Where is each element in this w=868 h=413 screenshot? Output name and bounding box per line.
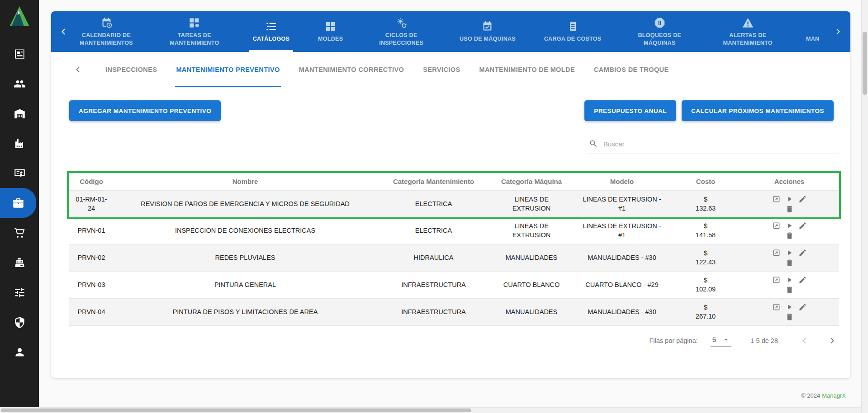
tab-calendario-mantenimientos[interactable]: CALENDARIO DE MANTENIMIENTOS: [76, 11, 137, 52]
edit-icon[interactable]: [798, 303, 807, 311]
tab-uso-maquinas[interactable]: USO DE MÁQUINAS: [459, 11, 517, 52]
content-card: CALENDARIO DE MANTENIMIENTOS TAREAS DE M…: [51, 11, 850, 378]
cell-categoria-mantenimiento: INFRAESTRUCTURA: [376, 272, 491, 298]
warning-triangle-icon: [742, 17, 754, 29]
play-icon[interactable]: [785, 221, 794, 230]
delete-icon[interactable]: [785, 205, 794, 213]
tab-label: USO DE MÁQUINAS: [460, 35, 516, 42]
sidebar-item-users[interactable]: [0, 69, 39, 99]
play-icon[interactable]: [785, 195, 794, 203]
play-icon[interactable]: [785, 303, 794, 311]
subtab-inspecciones[interactable]: INSPECCIONES: [104, 52, 158, 87]
calendar-clock-icon: [100, 17, 113, 29]
play-icon[interactable]: [785, 276, 794, 284]
nav-scroll-left-button[interactable]: [55, 11, 73, 52]
cell-acciones: [740, 244, 839, 271]
subtab-servicios[interactable]: SERVICIOS: [422, 52, 461, 87]
sidebar-item-settings[interactable]: [0, 277, 39, 307]
duplicate-icon[interactable]: [772, 195, 781, 203]
sidebar-item-profile[interactable]: [0, 337, 39, 367]
next-page-button[interactable]: [826, 335, 838, 347]
table-header-row: Código Nombre Categoría Mantenimiento Ca…: [69, 173, 839, 191]
tab-tareas-mantenimiento[interactable]: TAREAS DE MANTENIMIENTO: [164, 11, 225, 52]
main-area: CALENDARIO DE MANTENIMIENTOS TAREAS DE M…: [39, 0, 861, 407]
subtab-mantenimiento-de-molde[interactable]: MANTENIMIENTO DE MOLDE: [478, 52, 576, 87]
highlight-box: Código Nombre Categoría Mantenimiento Ca…: [67, 171, 841, 219]
tab-label: MOLDES: [318, 35, 343, 42]
table-row[interactable]: PRVN-04 PINTURA DE PISOS Y LIMITACIONES …: [69, 299, 839, 326]
search-input[interactable]: [603, 140, 839, 148]
horizontal-scrollbar-thumb[interactable]: [1, 408, 471, 412]
rows-per-page-select[interactable]: 5: [711, 335, 731, 347]
table-row[interactable]: PRVN-01 INSPECCION DE CONEXIONES ELECTRI…: [69, 217, 839, 244]
delete-icon[interactable]: [785, 258, 794, 267]
tab-label: CATÁLOGOS: [253, 35, 290, 42]
cell-costo: $102.09: [672, 272, 740, 298]
subtab-label: MANTENIMIENTO CORRECTIVO: [299, 66, 404, 73]
column-header-categoria-maquina: Categoría Máquina: [491, 173, 572, 190]
tab-clipped[interactable]: MAN: [805, 11, 826, 52]
tab-catalogos[interactable]: CATÁLOGOS: [252, 11, 291, 52]
delete-icon[interactable]: [785, 313, 794, 321]
currency: $: [704, 303, 707, 312]
news-icon: [14, 48, 26, 60]
table-row[interactable]: 01-RM-01-24 REVISION DE PAROS DE EMERGEN…: [69, 191, 839, 217]
edit-icon[interactable]: [798, 195, 807, 203]
subtab-label: MANTENIMIENTO PREVENTIVO: [176, 66, 280, 73]
sidebar-item-warehouse[interactable]: [0, 99, 39, 128]
tab-ciclos-inspecciones[interactable]: CICLOS DE INSPECCIONES: [370, 11, 432, 52]
brand-link[interactable]: ManagrX: [822, 392, 846, 399]
tab-label: ALERTAS DE MANTENIMIENTO: [718, 32, 778, 47]
pause-octagon-icon: [654, 17, 666, 29]
duplicate-icon[interactable]: [772, 221, 781, 230]
factory-icon: [14, 137, 26, 150]
subtab-mantenimiento-correctivo[interactable]: MANTENIMIENTO CORRECTIVO: [298, 52, 405, 87]
play-icon[interactable]: [785, 249, 794, 257]
subtab-label: INSPECCIONES: [105, 66, 157, 73]
duplicate-icon[interactable]: [772, 276, 781, 284]
users-icon: [14, 78, 26, 90]
table-row[interactable]: PRVN-03 PINTURA GENERAL INFRAESTRUCTURA …: [69, 272, 839, 299]
sidebar-item-news[interactable]: [0, 39, 39, 69]
calculate-next-maintenances-button[interactable]: CALCULAR PRÓXIMOS MANTENIMIENTOS: [682, 100, 834, 121]
tab-moldes[interactable]: MOLDES: [317, 11, 344, 52]
subtab-mantenimiento-preventivo[interactable]: MANTENIMIENTO PREVENTIVO: [175, 52, 280, 87]
delete-icon[interactable]: [785, 286, 794, 294]
tab-carga-costos[interactable]: CARGA DE COSTOS: [543, 11, 602, 52]
add-preventive-maintenance-button[interactable]: AGREGAR MANTENIMIENTO PREVENTIVO: [69, 100, 221, 121]
table-row[interactable]: PRVN-02 REDES PLUVIALES HIDRAULICA MANUA…: [69, 244, 839, 272]
sidebar: [0, 0, 39, 413]
column-header-modelo: Modelo: [572, 173, 672, 190]
currency: $: [704, 249, 707, 258]
subtabs-scroll-left-button[interactable]: [69, 52, 87, 87]
sidebar-item-purchases[interactable]: [0, 218, 39, 248]
preventive-maintenance-table: Código Nombre Categoría Mantenimiento Ca…: [69, 171, 839, 326]
cell-costo: $122.43: [672, 244, 740, 271]
sidebar-item-maintenance-active[interactable]: [0, 188, 36, 218]
currency: $: [704, 222, 707, 231]
tab-bloqueos-maquinas[interactable]: BLOQUEOS DE MÁQUINAS: [629, 11, 690, 52]
cell-categoria-maquina: LINEAS DE EXTRUSION: [491, 191, 572, 217]
annual-budget-button[interactable]: PRESUPUESTO ANUAL: [584, 100, 676, 121]
previous-page-button[interactable]: [799, 335, 811, 347]
sidebar-item-certificates[interactable]: [0, 158, 39, 188]
subtab-cambios-de-troque[interactable]: CAMBIOS DE TROQUE: [593, 52, 670, 87]
sidebar-item-sales[interactable]: [0, 248, 39, 277]
app-logo: [8, 5, 31, 28]
list-icon: [265, 20, 277, 33]
vertical-scrollbar-thumb[interactable]: [863, 32, 867, 95]
duplicate-icon[interactable]: [772, 249, 781, 257]
duplicate-icon[interactable]: [772, 303, 781, 311]
sidebar-item-factory[interactable]: [0, 128, 39, 158]
nav-scroll-right-button[interactable]: [829, 11, 847, 52]
toolbox-icon: [12, 197, 24, 209]
tab-alertas-mantenimiento[interactable]: ALERTAS DE MANTENIMIENTO: [717, 11, 778, 52]
delete-icon[interactable]: [785, 231, 794, 240]
edit-icon[interactable]: [798, 249, 807, 257]
chevron-left-icon: [800, 336, 810, 346]
chevron-right-icon: [827, 336, 837, 346]
edit-icon[interactable]: [798, 276, 807, 284]
sidebar-item-security[interactable]: [0, 307, 39, 337]
caret-down-icon: [722, 336, 730, 343]
edit-icon[interactable]: [798, 221, 807, 230]
